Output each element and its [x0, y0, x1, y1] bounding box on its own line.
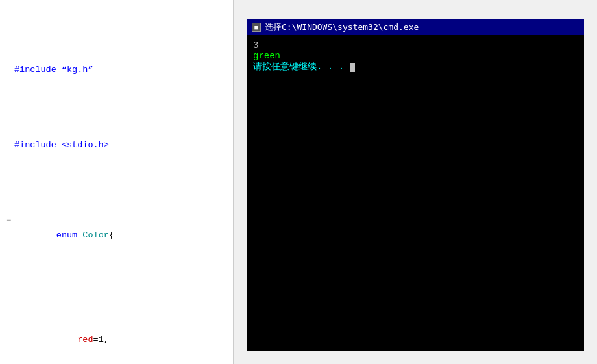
cmd-prompt-text: 请按任意键继续. . . — [253, 61, 344, 71]
cmd-output-word: green — [253, 51, 578, 61]
collapse-3[interactable]: − — [6, 213, 14, 228]
cmd-titlebar[interactable]: ■ 选择C:\WINDOWS\system32\cmd.exe — [247, 19, 584, 35]
cmd-cursor — [350, 63, 355, 72]
line-3: − enum Color{ — [0, 213, 233, 258]
cmd-title: 选择C:\WINDOWS\system32\cmd.exe — [265, 21, 419, 33]
collapse-4 — [6, 318, 14, 333]
collapse-1[interactable] — [6, 63, 14, 78]
cmd-body: 3 green 请按任意键继续. . . — [247, 35, 584, 351]
line-1: #include “kg.h” — [0, 62, 233, 78]
cmd-output-prompt: 请按任意键继续. . . — [253, 61, 578, 73]
line-content-2: #include <stdio.h> — [14, 138, 233, 152]
line-content-4: red=1, — [14, 317, 233, 362]
cmd-panel: ■ 选择C:\WINDOWS\system32\cmd.exe 3 green … — [234, 0, 597, 364]
cmd-green-text: green — [253, 51, 280, 61]
cmd-window-icon: ■ — [252, 23, 261, 32]
code-lines: #include “kg.h” #include <stdio.h> − enu… — [0, 0, 233, 364]
line-content-3: enum Color{ — [14, 213, 233, 258]
cmd-number-text: 3 — [253, 40, 258, 51]
cmd-window[interactable]: ■ 选择C:\WINDOWS\system32\cmd.exe 3 green … — [247, 19, 584, 351]
collapse-2[interactable] — [6, 138, 14, 153]
cmd-output-number: 3 — [253, 40, 578, 51]
code-editor: #include “kg.h” #include <stdio.h> − enu… — [0, 0, 234, 364]
line-2: #include <stdio.h> — [0, 138, 233, 153]
line-4: red=1, — [0, 317, 233, 362]
line-content-1: #include “kg.h” — [14, 62, 233, 77]
